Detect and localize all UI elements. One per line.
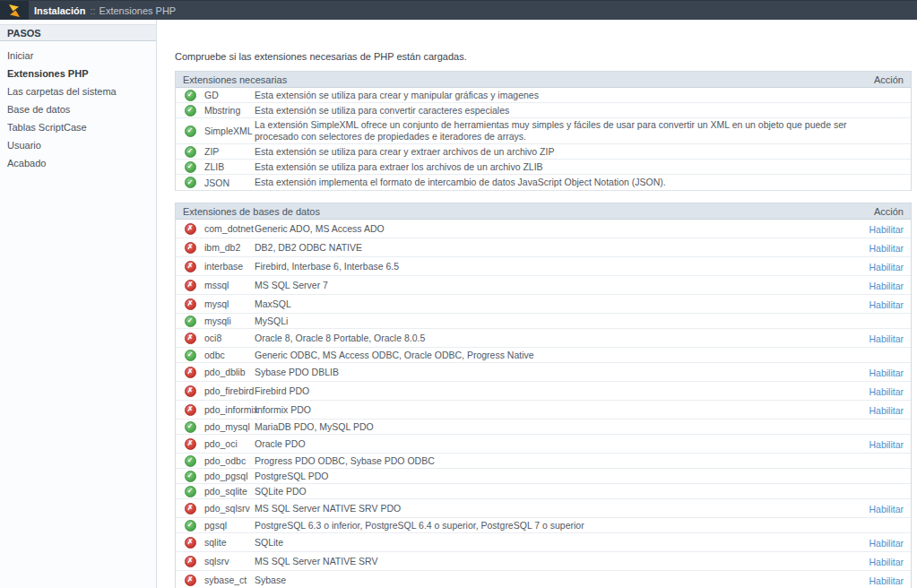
habilitar-link[interactable]: Habilitar <box>869 299 904 310</box>
status-error-icon: ✗ <box>185 404 196 416</box>
title-separator: :: <box>90 5 95 16</box>
extension-description: Esta extensión se utiliza para extraer l… <box>255 161 857 173</box>
extension-description: MS SQL Server NATIVE SRV PDO <box>255 503 857 514</box>
status-cell: ✓ <box>176 471 204 482</box>
extension-description: MySQLi <box>255 316 857 327</box>
status-cell: ✓ <box>176 105 204 117</box>
extension-description: Sybase <box>255 575 857 586</box>
extension-name: mssql <box>204 280 255 290</box>
table-title: Extensiones necesarias <box>176 74 874 85</box>
habilitar-link[interactable]: Habilitar <box>869 405 904 416</box>
status-cell: ✗ <box>176 367 204 378</box>
extension-name: SimpleXML <box>204 125 255 136</box>
extension-name: GD <box>204 90 255 100</box>
status-error-icon: ✗ <box>185 503 196 514</box>
status-ok-icon: ✓ <box>185 350 196 361</box>
status-cell: ✗ <box>176 223 204 235</box>
status-cell: ✓ <box>176 146 204 158</box>
table-row: ✓ pdo_sqlite SQLite PDO <box>176 484 911 499</box>
extension-name: ibm_db2 <box>204 242 255 253</box>
status-error-icon: ✗ <box>185 367 196 378</box>
table-row: ✗ pdo_dblib Sybase PDO DBLIB Habilitar <box>176 363 911 382</box>
sidebar-item[interactable]: Extensiones PHP <box>0 65 156 82</box>
action-column-header: Acción <box>874 206 911 217</box>
table-body: ✗ com_dotnet Generic ADO, MS Access ADO … <box>176 220 911 588</box>
table-title: Extensiones de bases de datos <box>176 206 874 217</box>
status-cell: ✓ <box>176 90 204 101</box>
action-cell: Habilitar <box>857 383 911 399</box>
extension-description: SQLite <box>255 537 857 549</box>
scriptcase-logo-icon <box>0 1 29 21</box>
status-cell: ✗ <box>176 298 204 310</box>
habilitar-link[interactable]: Habilitar <box>869 333 904 344</box>
table-row: ✓ pdo_pgsql PostgreSQL PDO <box>176 469 911 484</box>
sidebar: PASOS Iniciar Extensiones PHP Las carpet… <box>0 20 157 588</box>
habilitar-link[interactable]: Habilitar <box>869 281 904 291</box>
extension-name: sqlite <box>204 537 255 548</box>
extension-description: SQLite PDO <box>255 486 857 497</box>
status-cell: ✗ <box>176 385 204 397</box>
status-error-icon: ✗ <box>185 261 196 272</box>
habilitar-link[interactable]: Habilitar <box>869 557 904 567</box>
sidebar-item[interactable]: Las carpetas del sistema <box>0 82 156 100</box>
habilitar-link[interactable]: Habilitar <box>869 386 904 397</box>
status-cell: ✗ <box>176 242 204 254</box>
extension-description: Esta extensión se utiliza para crear y e… <box>255 146 857 158</box>
action-cell: Habilitar <box>857 364 911 380</box>
table-row: ✓ odbc Generic ODBC, MS Access ODBC, Ora… <box>176 348 911 363</box>
habilitar-link[interactable]: Habilitar <box>869 243 904 254</box>
sidebar-item-label: Tablas ScriptCase <box>7 122 87 133</box>
sidebar-item[interactable]: Tablas ScriptCase <box>0 118 156 136</box>
status-error-icon: ✗ <box>185 298 196 310</box>
extension-description: Esta extensión implementa el formato de … <box>255 177 857 188</box>
extension-name: oci8 <box>204 333 255 343</box>
habilitar-link[interactable]: Habilitar <box>869 575 904 586</box>
sidebar-item[interactable]: Iniciar <box>0 47 156 65</box>
extension-description: MS SQL Server 7 <box>255 280 857 291</box>
status-error-icon: ✗ <box>185 333 196 344</box>
table-row: ✗ oci8 Oracle 8, Oracle 8 Portable, Orac… <box>176 329 911 348</box>
habilitar-link[interactable]: Habilitar <box>869 224 904 235</box>
extension-name: mysqli <box>204 316 255 326</box>
sidebar-item[interactable]: Acabado <box>0 154 156 172</box>
habilitar-link[interactable]: Habilitar <box>869 439 904 450</box>
status-cell: ✓ <box>176 421 204 433</box>
status-cell: ✓ <box>176 350 204 361</box>
app-header: Instalación :: Extensiones PHP <box>0 0 917 20</box>
habilitar-link[interactable]: Habilitar <box>869 538 904 549</box>
status-error-icon: ✗ <box>185 556 196 567</box>
extension-description: Generic ADO, MS Access ADO <box>255 223 857 235</box>
status-error-icon: ✗ <box>185 537 196 549</box>
required-extensions-table: Extensiones necesarias Acción ✓ GD Esta … <box>175 71 912 191</box>
extension-description: Sybase PDO DBLIB <box>255 367 857 378</box>
extension-description: MaxSQL <box>255 298 857 310</box>
status-error-icon: ✗ <box>185 385 196 397</box>
status-cell: ✓ <box>176 520 204 532</box>
habilitar-link[interactable]: Habilitar <box>869 368 904 378</box>
extension-name: mysql <box>204 298 255 309</box>
table-row: ✗ pdo_oci Oracle PDO Habilitar <box>176 435 911 454</box>
sidebar-item[interactable]: Usuario <box>0 136 156 154</box>
table-row: ✓ Mbstring Esta extensión se utiliza par… <box>176 103 911 118</box>
extension-name: JSON <box>204 177 255 188</box>
extension-description: Informix PDO <box>255 404 857 416</box>
extension-name: ZIP <box>204 146 255 157</box>
sidebar-item[interactable]: Base de datos <box>0 100 156 118</box>
habilitar-link[interactable]: Habilitar <box>869 262 904 272</box>
extension-name: sybase_ct <box>204 575 255 585</box>
extension-description: PostgreSQL 6.3 o inferior, PostgreSQL 6.… <box>255 520 857 532</box>
status-ok-icon: ✓ <box>185 486 196 497</box>
status-cell: ✓ <box>176 316 204 327</box>
status-ok-icon: ✓ <box>185 316 196 327</box>
action-cell: Habilitar <box>857 572 911 588</box>
sidebar-items: Iniciar Extensiones PHP Las carpetas del… <box>0 41 156 172</box>
extension-description: La extensión SimpleXML ofrece un conjunt… <box>255 119 857 143</box>
table-header: Extensiones necesarias Acción <box>176 72 911 88</box>
extension-description: Oracle PDO <box>255 438 857 450</box>
status-cell: ✗ <box>176 404 204 416</box>
habilitar-link[interactable]: Habilitar <box>869 504 904 514</box>
sidebar-item-label: Iniciar <box>7 50 33 61</box>
status-error-icon: ✗ <box>185 242 196 254</box>
extension-description: Esta extensión se utiliza para crear y m… <box>255 90 857 101</box>
status-ok-icon: ✓ <box>185 520 196 532</box>
